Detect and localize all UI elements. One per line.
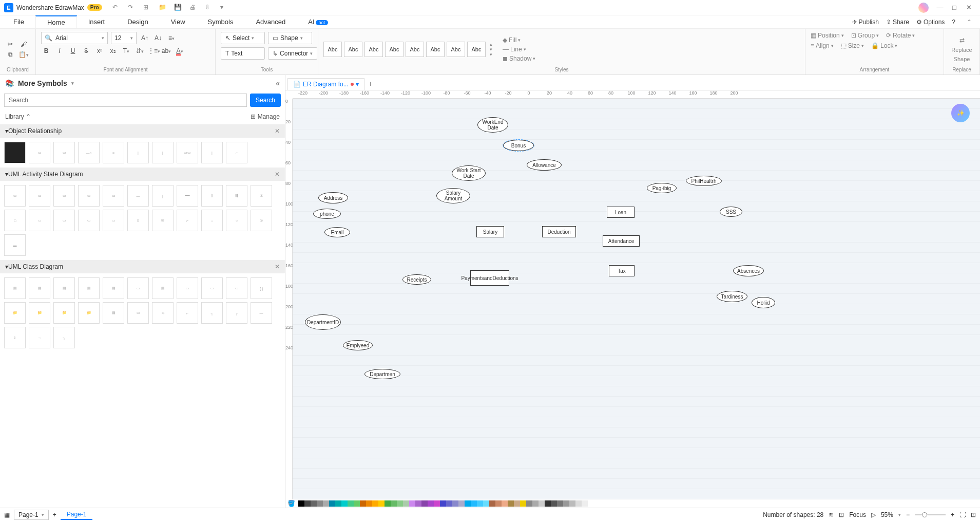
shape-thumb[interactable]: | <box>201 142 223 163</box>
position-menu[interactable]: ▦ Position▾ <box>811 32 844 39</box>
canvas[interactable]: WorkEnd Date Bonus Allowance Work Start … <box>293 99 980 499</box>
options-button[interactable]: ⚙ Options <box>916 18 945 26</box>
case-icon[interactable]: T▾ <box>121 47 131 54</box>
color-swatch[interactable] <box>477 500 483 507</box>
node-deduction[interactable]: Deduction <box>542 226 576 237</box>
shape-thumb[interactable]: 📁 <box>78 302 100 324</box>
shape-thumb[interactable]: ┐ <box>201 302 223 324</box>
fill-bucket-icon[interactable]: 🪣 <box>287 500 295 507</box>
shape-thumb[interactable]: { } <box>251 277 272 299</box>
style-preset-2[interactable]: Abc <box>344 42 362 57</box>
shape-thumb[interactable]: ▭ <box>29 142 50 163</box>
font-family-select[interactable]: 🔍 Arial▾ <box>41 32 108 44</box>
symbol-search-button[interactable]: Search <box>250 94 281 107</box>
shape-thumb[interactable]: ▭ <box>53 210 75 231</box>
bold-icon[interactable]: B <box>41 47 51 54</box>
shape-thumb[interactable]: ▤ <box>53 277 75 299</box>
node-allowance[interactable]: Allowance <box>527 159 562 171</box>
connector-tool[interactable]: ↳ Connector ▾ <box>268 47 317 60</box>
style-up-icon[interactable]: ▴ <box>490 42 492 47</box>
shape-thumb[interactable]: ▤ <box>103 302 124 324</box>
style-preset-4[interactable]: Abc <box>385 42 403 57</box>
library-label[interactable]: Library ⌃ <box>5 113 31 120</box>
color-swatch[interactable] <box>569 500 575 507</box>
shape-thumb[interactable]: — <box>251 302 272 324</box>
strike-icon[interactable]: S̶ <box>81 47 91 54</box>
underline-icon[interactable]: U <box>68 47 78 54</box>
shape-thumb[interactable]: ┐ <box>53 327 75 348</box>
highlight-icon[interactable]: ab▾ <box>161 47 171 54</box>
style-preset-8[interactable]: Abc <box>467 42 486 57</box>
fill-menu[interactable]: ◆ Fill ▾ <box>503 36 535 44</box>
color-swatch[interactable] <box>354 500 360 507</box>
shape-thumb[interactable]: ▭ <box>78 210 100 231</box>
shape-thumb[interactable]: ▭ <box>103 210 124 231</box>
color-swatch[interactable] <box>563 500 569 507</box>
shape-thumb[interactable]: ⊞ <box>152 210 174 231</box>
menu-insert[interactable]: Insert <box>77 16 117 28</box>
shadow-menu[interactable]: ◼ Shadow ▾ <box>503 55 535 62</box>
color-swatch[interactable] <box>582 500 588 507</box>
color-swatch[interactable] <box>434 500 440 507</box>
manage-library[interactable]: ⊞ Manage <box>251 113 280 120</box>
shape-thumb[interactable]: ▭ <box>29 210 50 231</box>
color-swatch[interactable] <box>385 500 391 507</box>
list-icon[interactable]: ⋮≡▾ <box>148 47 158 54</box>
shape-thumb[interactable]: ▯ <box>127 210 149 231</box>
close-button[interactable]: ✕ <box>962 4 976 11</box>
color-swatch[interactable] <box>452 500 458 507</box>
node-email[interactable]: Email <box>324 227 350 237</box>
shape-thumb[interactable]: ⇶ <box>226 185 247 207</box>
shape-thumb[interactable]: ⌐ <box>226 142 247 163</box>
color-swatch[interactable] <box>458 500 465 507</box>
format-painter-icon[interactable]: 🖌 <box>18 41 29 48</box>
print-icon[interactable]: 🖨 <box>189 4 198 12</box>
page-select[interactable]: Page-1 ▾ <box>14 510 49 520</box>
grow-font-icon[interactable]: A↑ <box>140 34 150 42</box>
node-absences[interactable]: Absences <box>733 265 764 276</box>
color-swatch[interactable] <box>415 500 421 507</box>
paste-icon[interactable]: 📋▾ <box>18 51 29 58</box>
color-swatch[interactable] <box>323 500 329 507</box>
color-swatch[interactable] <box>304 500 311 507</box>
color-swatch[interactable] <box>471 500 477 507</box>
shape-thumb[interactable]: ○ <box>226 210 247 231</box>
shape-thumb[interactable]: ▭ <box>201 277 223 299</box>
color-swatch[interactable] <box>514 500 520 507</box>
category-uml-class[interactable]: ▾ UML Class Diagram✕ <box>0 260 285 273</box>
size-menu[interactable]: ⬚ Size▾ <box>841 42 864 49</box>
share-button[interactable]: ⇪ Share <box>886 18 909 26</box>
node-payments-deductions[interactable]: PaymentsandDeductions <box>470 270 509 286</box>
color-swatch[interactable] <box>311 500 317 507</box>
shape-thumb[interactable]: 📁 <box>4 302 26 324</box>
color-swatch[interactable] <box>446 500 452 507</box>
color-swatch[interactable] <box>335 500 341 507</box>
node-departmen[interactable]: Departmen <box>364 369 400 379</box>
color-swatch[interactable] <box>526 500 532 507</box>
line-spacing-icon[interactable]: ⇵▾ <box>134 47 145 54</box>
shape-thumb[interactable]: ◇ <box>152 302 174 324</box>
shape-thumb[interactable]: = <box>103 142 124 163</box>
style-preset-3[interactable]: Abc <box>364 42 383 57</box>
replace-shape-icon[interactable]: ⇄ <box>959 36 965 44</box>
color-swatch[interactable] <box>317 500 323 507</box>
color-swatch[interactable] <box>465 500 471 507</box>
cut-icon[interactable]: ✂ <box>5 41 15 48</box>
style-preset-5[interactable]: Abc <box>406 42 424 57</box>
redo-icon[interactable]: ↷ <box>128 4 136 12</box>
color-swatch[interactable] <box>378 500 385 507</box>
align-menu[interactable]: ≡ Align▾ <box>811 42 834 49</box>
shrink-font-icon[interactable]: A↓ <box>153 34 163 42</box>
add-tab-button[interactable]: + <box>364 78 377 90</box>
shape-thumb[interactable]: ▬ <box>4 234 26 256</box>
help-button[interactable]: ? <box>952 18 955 26</box>
symbol-search-input[interactable] <box>4 94 247 107</box>
close-category-icon[interactable]: ✕ <box>275 171 280 178</box>
shape-thumb[interactable]: ▭ <box>127 277 149 299</box>
shape-thumb[interactable]: ⇣ <box>4 327 26 348</box>
rotate-menu[interactable]: ⟳ Rotate▾ <box>886 32 915 39</box>
node-tardiness[interactable]: Tardiness <box>717 291 747 302</box>
color-swatch[interactable] <box>391 500 397 507</box>
shape-thumb[interactable]: ⟶ <box>177 185 198 207</box>
menu-view[interactable]: View <box>160 16 197 28</box>
